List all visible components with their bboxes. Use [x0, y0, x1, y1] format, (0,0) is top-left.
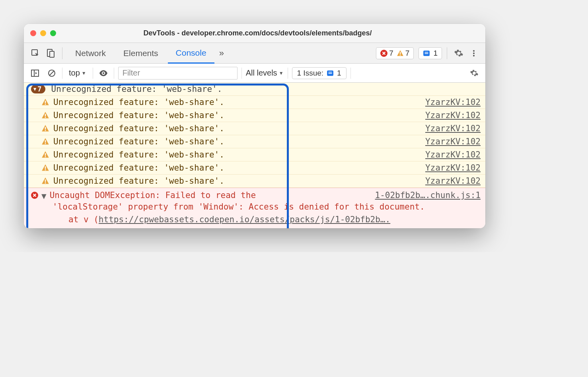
log-source-link[interactable]: YzarzKV:102 — [425, 137, 481, 146]
svg-rect-23 — [45, 117, 46, 118]
error-icon — [31, 192, 38, 199]
tab-elements[interactable]: Elements — [115, 43, 166, 64]
tab-console[interactable]: Console — [168, 43, 214, 64]
log-row[interactable]: Unrecognized feature: 'web-share'. Yzarz… — [24, 175, 485, 188]
svg-rect-19 — [329, 73, 332, 74]
traffic-lights — [30, 30, 56, 36]
device-toolbar-icon[interactable] — [44, 47, 57, 60]
svg-point-11 — [473, 55, 475, 56]
maximize-window-button[interactable] — [50, 30, 56, 36]
log-row[interactable]: Unrecognized feature: 'web-share'. Yzarz… — [24, 109, 485, 122]
svg-rect-25 — [45, 130, 46, 131]
warning-count: 7 — [405, 49, 410, 58]
log-row[interactable]: Unrecognized feature: 'web-share'. Yzarz… — [24, 96, 485, 109]
log-message: Unrecognized feature: 'web-share'. — [53, 137, 224, 146]
svg-rect-27 — [45, 143, 46, 144]
log-source-link[interactable]: YzarzKV:102 — [425, 111, 481, 120]
log-row[interactable]: Unrecognized feature: 'web-share'. Yzarz… — [24, 161, 485, 175]
kebab-menu-icon[interactable] — [467, 47, 481, 60]
svg-rect-22 — [45, 114, 46, 116]
svg-rect-12 — [31, 70, 39, 76]
more-tabs-icon[interactable]: » — [216, 48, 227, 58]
svg-rect-20 — [45, 101, 46, 103]
svg-rect-32 — [45, 179, 46, 182]
chevron-down-icon: ▼ — [279, 70, 284, 76]
svg-rect-26 — [45, 140, 46, 142]
divider — [62, 68, 62, 79]
warning-icon — [41, 124, 49, 132]
log-levels-select[interactable]: All levels ▼ — [246, 68, 284, 78]
svg-rect-4 — [400, 52, 401, 54]
log-row[interactable]: Unrecognized feature: 'web-share'. Yzarz… — [24, 135, 485, 148]
svg-rect-21 — [45, 104, 46, 105]
svg-rect-33 — [45, 183, 46, 184]
window-title: DevTools - developer.chrome.com/docs/dev… — [64, 29, 451, 37]
log-source-link[interactable]: YzarzKV:102 — [425, 97, 481, 107]
error-count-badge: 7 — [380, 49, 393, 58]
error-message-line2: 'localStorage' property from 'Window': A… — [53, 202, 425, 212]
filter-placeholder: Filter — [123, 68, 140, 78]
svg-rect-18 — [329, 72, 332, 72]
inspect-element-icon[interactable] — [29, 47, 42, 60]
group-count: 7 — [37, 85, 41, 93]
warning-icon — [41, 177, 49, 185]
live-expression-icon[interactable] — [97, 67, 110, 80]
issues-icon — [423, 50, 430, 57]
divider — [241, 68, 242, 79]
levels-label: All levels — [246, 68, 277, 78]
divider — [288, 68, 288, 79]
divider — [114, 68, 114, 79]
warning-icon — [41, 138, 49, 146]
log-message: Unrecognized feature: 'web-share'. — [53, 163, 224, 173]
issues-count: 1 — [433, 49, 438, 58]
issues-icon — [327, 70, 334, 77]
minimize-window-button[interactable] — [40, 30, 46, 36]
log-row[interactable]: Unrecognized feature: 'web-share'. Yzarz… — [24, 148, 485, 161]
warning-icon — [41, 164, 49, 172]
log-message: Unrecognized feature: 'web-share'. — [53, 176, 224, 186]
log-source-link[interactable]: 1-02bfb2b….chunk.js:1 — [375, 190, 481, 200]
svg-rect-2 — [50, 51, 54, 57]
divider — [93, 68, 93, 79]
close-window-button[interactable] — [30, 30, 36, 36]
svg-rect-5 — [400, 54, 401, 55]
execution-context-select[interactable]: top ▼ — [66, 68, 89, 78]
log-message: Unrecognized feature: 'web-share'. — [53, 111, 224, 120]
clear-console-icon[interactable] — [45, 67, 58, 80]
stack-url-link[interactable]: https://cpwebassets.codepen.io/assets/pa… — [99, 215, 390, 224]
error-warning-badge[interactable]: 7 7 — [376, 47, 414, 59]
svg-point-10 — [473, 52, 475, 54]
settings-icon[interactable] — [452, 47, 465, 60]
group-count-badge: ▼ 7 — [31, 85, 45, 93]
svg-rect-24 — [45, 127, 46, 129]
stack-prefix: at v ( — [68, 215, 99, 224]
log-group-header[interactable]: ▼ 7 Unrecognized feature: 'web-share'. — [24, 83, 485, 96]
chevron-down-icon[interactable]: ▼ — [41, 191, 47, 201]
console-toolbar: top ▼ Filter All levels ▼ 1 Issue: 1 — [24, 64, 485, 83]
warning-icon — [41, 151, 49, 159]
svg-rect-28 — [45, 153, 46, 155]
console-settings-icon[interactable] — [468, 67, 481, 80]
devtools-tabstrip: Network Elements Console » 7 7 1 — [24, 43, 485, 64]
log-row[interactable]: Unrecognized feature: 'web-share'. Yzarz… — [24, 122, 485, 135]
log-message: Unrecognized feature: 'web-share'. — [53, 150, 224, 159]
console-log-area: ▼ 7 Unrecognized feature: 'web-share'. U… — [24, 83, 485, 228]
svg-rect-30 — [45, 166, 46, 169]
log-source-link[interactable]: YzarzKV:102 — [425, 163, 481, 173]
log-source-link[interactable]: YzarzKV:102 — [425, 124, 481, 133]
svg-rect-31 — [45, 169, 46, 171]
log-message: Unrecognized feature: 'web-share'. — [53, 97, 224, 107]
warning-icon — [41, 98, 49, 106]
context-label: top — [69, 68, 80, 78]
error-message-line1: Uncaught DOMException: Failed to read th… — [50, 190, 256, 200]
svg-rect-7 — [425, 52, 428, 52]
tab-network[interactable]: Network — [67, 43, 114, 64]
log-source-link[interactable]: YzarzKV:102 — [425, 176, 481, 186]
filter-input[interactable]: Filter — [118, 67, 238, 80]
log-row-error[interactable]: ▼ Uncaught DOMException: Failed to read … — [24, 188, 485, 228]
devtools-window: DevTools - developer.chrome.com/docs/dev… — [24, 24, 485, 228]
toggle-sidebar-icon[interactable] — [29, 67, 41, 80]
log-source-link[interactable]: YzarzKV:102 — [425, 150, 481, 159]
issues-badge[interactable]: 1 — [419, 47, 442, 59]
issues-button[interactable]: 1 Issue: 1 — [292, 67, 347, 79]
